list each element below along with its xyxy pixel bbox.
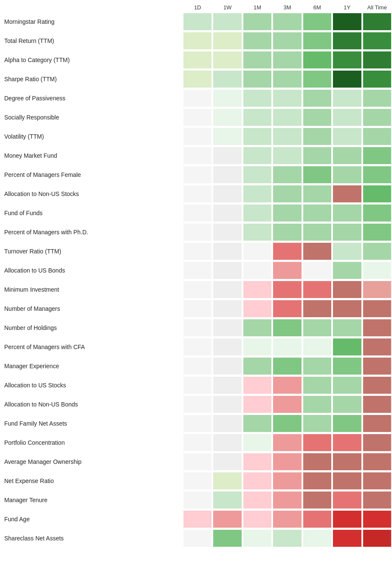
- heatmap-cell: [272, 280, 302, 299]
- heatmap-cell: [212, 318, 242, 337]
- heatmap-cell: [183, 376, 212, 395]
- row-label: Turnover Ratio (TTM): [4, 248, 183, 255]
- table-row: Money Market Fund: [4, 146, 392, 165]
- heatmap-cell: [362, 223, 392, 242]
- heatmap-cell: [243, 185, 272, 203]
- row-cells: [183, 51, 392, 69]
- heatmap-cell: [243, 318, 272, 337]
- heatmap-cell: [212, 261, 242, 280]
- heatmap-cell: [302, 357, 332, 375]
- heatmap-cell: [332, 242, 362, 261]
- heatmap-cell: [362, 261, 392, 280]
- heatmap-cell: [183, 318, 212, 337]
- heatmap-cell: [183, 51, 212, 69]
- heatmap-cell: [183, 491, 212, 509]
- table-row: Allocation to US Bonds: [4, 261, 392, 280]
- heatmap-cell: [332, 51, 362, 69]
- heatmap-cell: [243, 452, 272, 471]
- heatmap-cell: [332, 433, 362, 452]
- heatmap-cell: [183, 70, 212, 88]
- row-label: Manager Tenure: [4, 497, 183, 503]
- heatmap-cell: [362, 357, 392, 375]
- heatmap-cell: [212, 242, 242, 261]
- heatmap-cell: [212, 338, 242, 356]
- heatmap-cell: [362, 31, 392, 50]
- heatmap-cell: [332, 223, 362, 242]
- heatmap-cell: [212, 89, 242, 108]
- heatmap-cell: [332, 472, 362, 490]
- heatmap-cell: [212, 376, 242, 395]
- heatmap-cell: [302, 223, 332, 242]
- heatmap-cell: [332, 165, 362, 184]
- heatmap-cell: [302, 338, 332, 356]
- table-row: Percent of Managers Female: [4, 165, 392, 185]
- heatmap-cell: [243, 338, 272, 356]
- heatmap-cell: [183, 338, 212, 356]
- heatmap-cell: [272, 510, 302, 529]
- heatmap-cell: [212, 12, 242, 31]
- row-cells: [183, 146, 392, 165]
- row-label: Minimum Investment: [4, 286, 183, 293]
- row-label: Average Manager Ownership: [4, 458, 183, 465]
- heatmap-cell: [183, 165, 212, 184]
- row-label: Allocation to US Stocks: [4, 382, 183, 389]
- heatmap-cell: [243, 433, 272, 452]
- heatmap-cell: [243, 299, 272, 318]
- table-row: Number of Holdings: [4, 318, 392, 338]
- heatmap-cell: [272, 472, 302, 490]
- col-header-1m: 1M: [243, 4, 272, 11]
- table-row: Percent of Managers with Ph.D.: [4, 223, 392, 242]
- heatmap-cell: [183, 510, 212, 529]
- heatmap-cell: [302, 12, 332, 31]
- heatmap-cell: [212, 108, 242, 127]
- heatmap-cell: [362, 89, 392, 108]
- row-cells: [183, 127, 392, 146]
- row-label: Allocation to Non-US Stocks: [4, 190, 183, 197]
- heatmap-cell: [362, 529, 392, 548]
- heatmap-cell: [243, 165, 272, 184]
- heatmap-cell: [212, 357, 242, 375]
- row-cells: [183, 472, 392, 490]
- heatmap-cell: [212, 472, 242, 490]
- row-label: Total Return (TTM): [4, 37, 183, 44]
- heatmap-cell: [212, 414, 242, 433]
- heatmap-cell: [243, 127, 272, 146]
- heatmap-cell: [272, 89, 302, 108]
- row-cells: [183, 165, 392, 184]
- heatmap-cell: [243, 242, 272, 261]
- heatmap-cell: [272, 165, 302, 184]
- heatmap-cell: [183, 433, 212, 452]
- heatmap-cell: [212, 280, 242, 299]
- heatmap-cell: [183, 89, 212, 108]
- heatmap-cell: [302, 51, 332, 69]
- heatmap-cell: [302, 318, 332, 337]
- heatmap-cell: [332, 146, 362, 165]
- heatmap-cell: [302, 185, 332, 203]
- heatmap-cell: [212, 529, 242, 548]
- heatmap-cell: [332, 414, 362, 433]
- heatmap-cell: [183, 204, 212, 222]
- heatmap-cell: [183, 299, 212, 318]
- heatmap-cell: [362, 452, 392, 471]
- heatmap-cell: [332, 395, 362, 414]
- col-header-1d: 1D: [183, 4, 212, 11]
- heatmap-cell: [183, 185, 212, 203]
- heatmap-cell: [302, 70, 332, 88]
- heatmap-cell: [243, 204, 272, 222]
- heatmap-cell: [183, 127, 212, 146]
- heatmap-cell: [243, 51, 272, 69]
- heatmap-cell: [243, 376, 272, 395]
- heatmap-cell: [332, 185, 362, 203]
- heatmap-cell: [243, 491, 272, 509]
- heatmap-cell: [332, 376, 362, 395]
- row-cells: [183, 414, 392, 433]
- heatmap-cell: [212, 395, 242, 414]
- row-label: Socially Responsible: [4, 114, 183, 121]
- heatmap-cell: [332, 108, 362, 127]
- row-cells: [183, 452, 392, 471]
- row-label: Allocation to US Bonds: [4, 267, 183, 274]
- row-label: Money Market Fund: [4, 152, 183, 159]
- row-cells: [183, 89, 392, 108]
- heatmap-cell: [272, 491, 302, 509]
- table-row: Fund of Funds: [4, 204, 392, 223]
